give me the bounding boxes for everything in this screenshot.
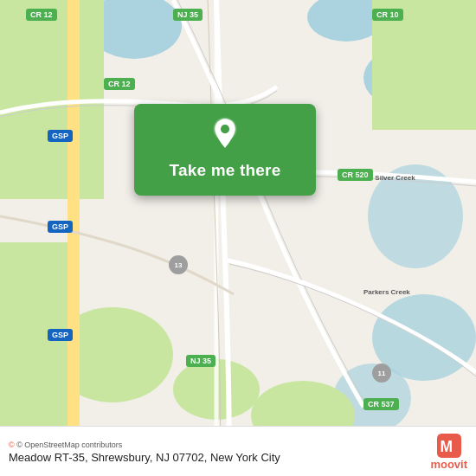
roads-svg: Little Silver Creek Parkers Creek [0, 0, 476, 476]
moovit-logo: M moovit [430, 434, 467, 471]
copy-icon: © [9, 441, 15, 449]
cta-label: Take me there [170, 161, 281, 180]
bottom-bar: © © OpenStreetMap contributors Meadow RT… [0, 426, 476, 476]
shield-11: 11 [372, 363, 391, 383]
location-pin-icon [207, 116, 243, 152]
shield-nj35-bottom: NJ 35 [186, 355, 215, 367]
svg-point-22 [221, 125, 229, 133]
map-container: Little Silver Creek Parkers Creek CR 12 … [0, 0, 476, 476]
osm-credit: © © OpenStreetMap contributors [9, 441, 280, 449]
shield-cr10-top-right: CR 10 [372, 9, 403, 21]
shield-gsp-2: GSP [48, 221, 73, 233]
address-text: Meadow RT-35, Shrewsbury, NJ 07702, New … [9, 451, 280, 464]
shield-gsp-3: GSP [48, 329, 73, 341]
take-me-there-button[interactable]: Take me there [134, 104, 316, 196]
shield-cr12-mid: CR 12 [104, 78, 135, 90]
svg-text:Parkers Creek: Parkers Creek [363, 288, 410, 296]
moovit-icon: M [437, 434, 461, 458]
shield-cr12-top-left: CR 12 [26, 9, 57, 21]
svg-rect-15 [68, 0, 80, 476]
shield-cr520: CR 520 [338, 169, 373, 181]
address-section: © © OpenStreetMap contributors Meadow RT… [9, 441, 280, 464]
shield-nj35-top: NJ 35 [173, 9, 203, 21]
shield-cr537: CR 537 [363, 398, 399, 410]
shield-13: 13 [169, 255, 188, 274]
moovit-text: moovit [430, 458, 467, 471]
svg-text:M: M [440, 438, 453, 455]
shield-gsp-1: GSP [48, 130, 73, 142]
